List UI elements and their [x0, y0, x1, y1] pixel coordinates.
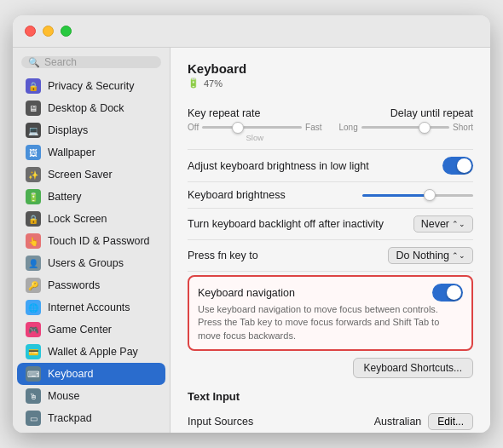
sidebar-item-label: Wallet & Apple Pay: [48, 346, 138, 358]
press-fn-row: Press fn key to Do Nothing ⌃⌄: [188, 240, 473, 272]
key-repeat-slider-group: Off Fast Slow: [188, 123, 322, 142]
short-label: Short: [453, 123, 473, 132]
wallpaper-icon: 🖼: [26, 145, 41, 160]
touch-id-icon: 👆: [26, 233, 41, 249]
delay-until-repeat-label: Delay until repeat: [390, 107, 473, 119]
keyboard-nav-toggle[interactable]: [432, 284, 463, 302]
press-fn-value: Do Nothing: [396, 250, 449, 261]
input-sources-row: Input Sources Australian Edit...: [188, 408, 473, 433]
edit-input-sources-button[interactable]: Edit...: [428, 413, 473, 430]
sidebar-item-label: Trackpad: [48, 412, 92, 424]
long-label: Long: [339, 123, 358, 132]
search-box[interactable]: 🔍 Search: [21, 56, 161, 68]
internet-accounts-icon: 🌐: [26, 300, 41, 315]
turn-off-backlight-label: Turn keyboard backlight off after inacti…: [188, 218, 384, 230]
battery-status-icon: 🔋: [188, 78, 199, 89]
sidebar-item-printers-scanners[interactable]: 🖨 Printers & Scanners: [17, 429, 165, 433]
adjust-brightness-row: Adjust keyboard brightness in low light: [188, 150, 473, 182]
wallet-apple-pay-icon: 💳: [26, 344, 41, 359]
search-icon: 🔍: [28, 57, 40, 68]
turn-off-backlight-dropdown[interactable]: Never ⌃⌄: [413, 215, 473, 233]
sidebar-item-label: Lock Screen: [48, 213, 107, 225]
screen-saver-icon: ✨: [26, 167, 41, 182]
maximize-button[interactable]: [61, 26, 72, 37]
keyboard-shortcuts-row: Keyboard Shortcuts...: [188, 358, 473, 378]
privacy-security-icon: 🔒: [26, 78, 41, 94]
main-content: 🔍 Search 🔒 Privacy & Security 🖥 Desktop …: [13, 48, 490, 433]
main-panel: Keyboard 🔋 47% Key repeat rate Delay unt…: [171, 48, 490, 433]
input-sources-label: Input Sources: [188, 416, 253, 428]
panel-title: Keyboard: [188, 61, 473, 76]
key-repeat-slider[interactable]: Off Fast: [188, 123, 322, 132]
sidebar-item-label: Passwords: [48, 279, 100, 291]
sidebar-item-label: Internet Accounts: [48, 302, 130, 313]
sliders-row: Off Fast Slow: [188, 123, 473, 142]
input-sources-value: Australian: [374, 416, 422, 428]
sidebar-item-mouse[interactable]: 🖱 Mouse: [17, 385, 165, 407]
sidebar-item-internet-accounts[interactable]: 🌐 Internet Accounts: [17, 296, 165, 319]
keyboard-shortcuts-button[interactable]: Keyboard Shortcuts...: [353, 358, 473, 378]
game-center-icon: 🎮: [26, 322, 41, 337]
close-button[interactable]: [25, 26, 36, 37]
battery-percentage: 47%: [204, 78, 223, 89]
sidebar-item-label: Battery: [48, 191, 82, 203]
displays-icon: 💻: [26, 123, 41, 138]
fast-label: Fast: [305, 123, 321, 132]
sidebar-item-passwords[interactable]: 🔑 Passwords: [17, 274, 165, 296]
adjust-brightness-label: Adjust keyboard brightness in low light: [188, 160, 369, 172]
sidebar-item-touch-id[interactable]: 👆 Touch ID & Password: [17, 230, 165, 252]
keyboard-icon: ⌨: [26, 366, 41, 382]
toggle-knob: [457, 158, 471, 173]
delay-slider[interactable]: Long Short: [339, 123, 474, 132]
desktop-dock-icon: 🖥: [26, 101, 41, 116]
delay-until-repeat-slider-group: Long Short: [339, 123, 474, 142]
sidebar-item-label: Screen Saver: [48, 169, 113, 181]
sidebar-item-label: Mouse: [48, 390, 80, 402]
sidebar-item-wallet-apple-pay[interactable]: 💳 Wallet & Apple Pay: [17, 341, 165, 363]
sidebar: 🔍 Search 🔒 Privacy & Security 🖥 Desktop …: [13, 48, 171, 433]
search-placeholder: Search: [44, 56, 77, 68]
sidebar-item-label: Wallpaper: [48, 146, 95, 158]
sidebar-item-keyboard[interactable]: ⌨ Keyboard: [17, 363, 165, 385]
sidebar-item-lock-screen[interactable]: 🔒 Lock Screen: [17, 208, 165, 230]
trackpad-icon: ▭: [26, 411, 41, 426]
sidebar-item-label: Game Center: [48, 324, 112, 336]
chevron-up-down-icon2: ⌃⌄: [452, 251, 465, 260]
key-repeat-rate-label: Key repeat rate: [188, 107, 260, 119]
turn-off-backlight-value: Never: [421, 218, 449, 230]
mouse-icon: 🖱: [26, 388, 41, 404]
sidebar-item-screen-saver[interactable]: ✨ Screen Saver: [17, 164, 165, 186]
toggle-knob: [447, 285, 461, 300]
sidebar-item-displays[interactable]: 💻 Displays: [17, 119, 165, 141]
sidebar-item-label: Privacy & Security: [48, 80, 134, 92]
keyboard-brightness-slider[interactable]: [362, 194, 473, 197]
adjust-brightness-toggle[interactable]: [442, 157, 473, 175]
lock-screen-icon: 🔒: [26, 211, 41, 227]
battery-icon: 🔋: [26, 189, 41, 204]
press-fn-label: Press fn key to: [188, 250, 258, 261]
keyboard-brightness-row: Keyboard brightness: [188, 182, 473, 209]
sidebar-item-battery[interactable]: 🔋 Battery: [17, 186, 165, 208]
press-fn-dropdown[interactable]: Do Nothing ⌃⌄: [388, 247, 473, 264]
sidebar-item-wallpaper[interactable]: 🖼 Wallpaper: [17, 141, 165, 164]
sidebar-item-desktop-dock[interactable]: 🖥 Desktop & Dock: [17, 97, 165, 119]
keyboard-nav-description: Use keyboard navigation to move focus be…: [198, 303, 463, 342]
sidebar-item-game-center[interactable]: 🎮 Game Center: [17, 319, 165, 341]
sidebar-item-privacy-security[interactable]: 🔒 Privacy & Security: [17, 75, 165, 97]
brightness-thumb: [424, 189, 436, 201]
battery-status-row: 🔋 47%: [188, 78, 473, 89]
keyboard-nav-label: Keyboard navigation: [198, 287, 295, 299]
sidebar-item-label: Keyboard: [48, 368, 94, 380]
sidebar-item-label: Displays: [48, 124, 88, 136]
key-repeat-section: Key repeat rate Delay until repeat Off F…: [188, 101, 473, 150]
text-input-header: Text Input: [188, 390, 473, 403]
sidebar-item-trackpad[interactable]: ▭ Trackpad: [17, 407, 165, 429]
off-label: Off: [188, 123, 199, 132]
minimize-button[interactable]: [43, 26, 54, 37]
keyboard-navigation-section: Keyboard navigation Use keyboard navigat…: [188, 275, 473, 351]
sidebar-item-label: Users & Groups: [48, 257, 124, 269]
sidebar-item-users-groups[interactable]: 👤 Users & Groups: [17, 252, 165, 274]
turn-off-backlight-row: Turn keyboard backlight off after inacti…: [188, 209, 473, 240]
passwords-icon: 🔑: [26, 278, 41, 293]
keyboard-brightness-label: Keyboard brightness: [188, 189, 286, 201]
